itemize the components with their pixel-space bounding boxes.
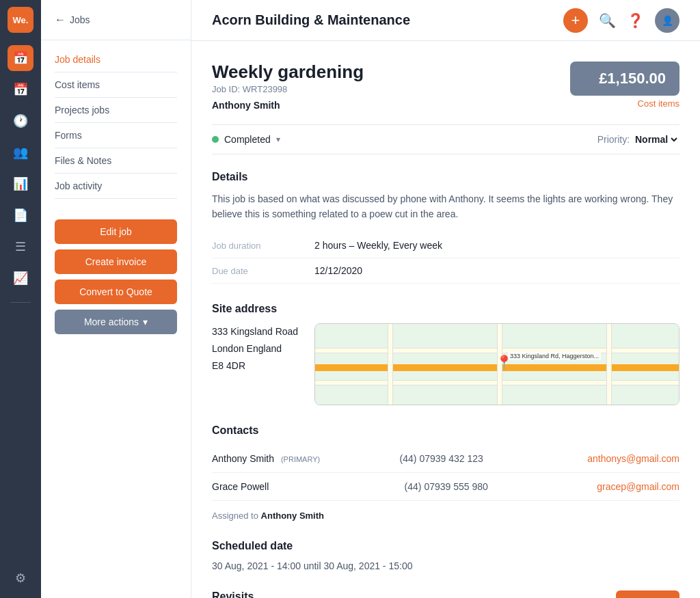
back-label: Jobs: [70, 14, 90, 25]
job-assignee: Anthony Smith: [212, 100, 364, 111]
job-id-label: Job ID:: [212, 84, 240, 94]
content-area: Weekly gardening Job ID: WRT23998 Anthon…: [191, 41, 700, 598]
add-button[interactable]: +: [563, 8, 588, 33]
address-line2: London England: [212, 340, 298, 357]
sidebar-item-job-activity[interactable]: Job activity: [55, 174, 177, 199]
main-area: Acorn Building & Maintenance + 🔍 ❓ 👤 Wee…: [191, 0, 700, 598]
details-title: Details: [212, 171, 679, 183]
revisits-title: Revisits: [212, 590, 254, 598]
job-title-area: Weekly gardening Job ID: WRT23998 Anthon…: [212, 62, 364, 111]
site-address-text: 333 Kingsland Road London England E8 4DR: [212, 323, 298, 375]
avatar[interactable]: 👤: [655, 8, 679, 33]
scheduled-section: Scheduled date 30 Aug, 2021 - 14:00 unti…: [212, 540, 679, 571]
icon-bar-divider: [10, 302, 31, 303]
search-icon[interactable]: 🔍: [599, 12, 616, 29]
job-price: £1,150.00: [584, 70, 666, 87]
contacts-section: Contacts Anthony Smith (PRIMARY) (44) 07…: [212, 424, 679, 521]
sidebar-actions: Edit job Create invoice Convert to Quote…: [41, 206, 191, 348]
priority-select[interactable]: Normal: [632, 133, 679, 146]
scheduled-title: Scheduled date: [212, 540, 679, 552]
app-logo[interactable]: We.: [8, 7, 33, 33]
job-price-area: £1,150.00 Cost items: [570, 62, 679, 109]
contact-row-1: Grace Powell (44) 07939 555 980 gracep@g…: [212, 473, 679, 501]
sidebar-item-projects-jobs[interactable]: Projects jobs: [55, 98, 177, 123]
assigned-to-name: Anthony Smith: [261, 511, 324, 521]
sidebar-item-forms[interactable]: Forms: [55, 123, 177, 148]
job-id: Job ID: WRT23998: [212, 84, 364, 94]
icon-bar: We. 📅 📅 🕐 👥 📊 📄 ☰ 📈 ⚙: [0, 0, 41, 598]
details-description: This job is based on what was discussed …: [212, 191, 679, 222]
status-chevron-icon: ▾: [276, 135, 280, 144]
contacts-table: Anthony Smith (PRIMARY) (44) 07939 432 1…: [212, 445, 679, 501]
contact-tag-0: (PRIMARY): [281, 455, 320, 463]
top-bar: Acorn Building & Maintenance + 🔍 ❓ 👤: [191, 0, 700, 41]
convert-to-quote-button[interactable]: Convert to Quote: [55, 280, 177, 304]
contact-email-1[interactable]: gracep@gmail.com: [597, 481, 679, 492]
nav-icon-settings[interactable]: ⚙: [8, 565, 33, 591]
scheduled-date: 30 Aug, 2021 - 14:00 until 30 Aug, 2021 …: [212, 560, 679, 571]
revisits-section: Revisits Add revisit DATE DURATION ASSIG…: [212, 590, 679, 598]
sidebar: ← Jobs Job details Cost items Projects j…: [41, 0, 191, 598]
nav-icon-document[interactable]: 📄: [8, 202, 33, 228]
help-icon[interactable]: ❓: [627, 12, 644, 29]
cost-items-link[interactable]: Cost items: [570, 98, 679, 109]
nav-icon-clock[interactable]: 🕐: [8, 108, 33, 134]
more-actions-button[interactable]: More actions ▾: [55, 310, 177, 334]
map-placeholder[interactable]: 📍 333 Kingsland Rd, Haggerston...: [314, 323, 679, 405]
duration-value: 2 hours – Weekly, Every week: [314, 240, 442, 251]
back-to-jobs[interactable]: ← Jobs: [55, 14, 177, 26]
create-invoice-button[interactable]: Create invoice: [55, 249, 177, 274]
sidebar-item-files-notes[interactable]: Files & Notes: [55, 148, 177, 174]
contacts-title: Contacts: [212, 424, 679, 437]
nav-icon-chart[interactable]: 📊: [8, 171, 33, 197]
sidebar-nav: Job details Cost items Projects jobs For…: [41, 47, 191, 199]
contact-name-0: Anthony Smith (PRIMARY): [212, 453, 400, 464]
company-name: Acorn Building & Maintenance: [212, 12, 410, 28]
contact-phone-0: (44) 07939 432 123: [400, 453, 588, 464]
job-id-value: WRT23998: [243, 84, 288, 94]
nav-icon-analytics[interactable]: 📈: [8, 265, 33, 291]
status-dot: [212, 136, 219, 143]
chevron-down-icon: ▾: [143, 316, 148, 327]
duration-label: Job duration: [212, 241, 301, 251]
nav-icon-briefcase[interactable]: 📅: [8, 45, 33, 71]
priority-area: Priority: Normal: [597, 133, 679, 146]
sidebar-item-job-details[interactable]: Job details: [55, 47, 177, 72]
status-badge[interactable]: Completed ▾: [212, 134, 280, 145]
site-address-section: Site address 333 Kingsland Road London E…: [212, 303, 679, 405]
priority-label: Priority:: [597, 134, 630, 145]
job-price-box: £1,150.00: [570, 62, 679, 96]
status-label: Completed: [224, 134, 271, 145]
map-road-v1: [388, 324, 393, 405]
contact-email-0[interactable]: anthonys@gmail.com: [587, 453, 679, 464]
job-title: Weekly gardening: [212, 62, 364, 83]
back-arrow-icon: ←: [55, 14, 66, 26]
contact-row-0: Anthony Smith (PRIMARY) (44) 07939 432 1…: [212, 445, 679, 473]
due-date-value: 12/12/2020: [314, 265, 362, 276]
address-line1: 333 Kingsland Road: [212, 323, 298, 340]
contact-phone-1: (44) 07939 555 980: [405, 481, 597, 492]
revisits-header: Revisits Add revisit: [212, 590, 679, 598]
add-revisit-button[interactable]: Add revisit: [616, 590, 679, 598]
top-bar-actions: + 🔍 ❓ 👤: [563, 8, 679, 33]
map-road-v3: [606, 324, 612, 405]
assigned-line: Assigned to Anthony Smith: [212, 511, 679, 521]
job-header: Weekly gardening Job ID: WRT23998 Anthon…: [212, 62, 679, 111]
details-section: Details This job is based on what was di…: [212, 171, 679, 284]
nav-icon-list[interactable]: ☰: [8, 234, 33, 260]
map-inner: 📍 333 Kingsland Rd, Haggerston...: [315, 324, 679, 405]
address-line3: E8 4DR: [212, 357, 298, 375]
sidebar-item-cost-items[interactable]: Cost items: [55, 72, 177, 98]
site-address-title: Site address: [212, 303, 679, 315]
status-row: Completed ▾ Priority: Normal: [212, 124, 679, 154]
nav-icon-people[interactable]: 👥: [8, 139, 33, 165]
edit-job-button[interactable]: Edit job: [55, 219, 177, 244]
contact-name-1: Grace Powell: [212, 481, 405, 492]
nav-icon-calendar[interactable]: 📅: [8, 77, 33, 103]
due-date-label: Due date: [212, 266, 301, 276]
sidebar-header: ← Jobs: [41, 14, 191, 40]
site-address-block: 333 Kingsland Road London England E8 4DR: [212, 323, 679, 405]
due-date-row: Due date 12/12/2020: [212, 258, 679, 284]
map-address-label: 333 Kingsland Rd, Haggerston...: [508, 352, 601, 360]
duration-row: Job duration 2 hours – Weekly, Every wee…: [212, 233, 679, 258]
